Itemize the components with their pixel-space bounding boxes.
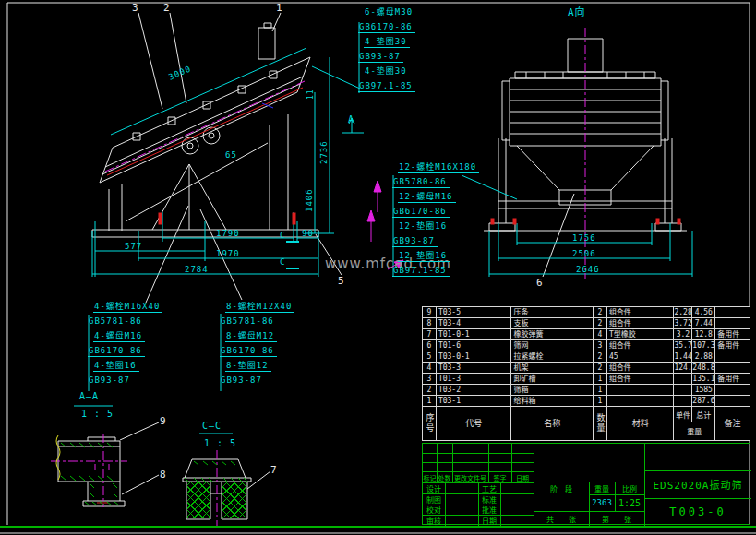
- part-code: T03-0-1: [437, 351, 512, 362]
- sign-process: 工艺: [478, 483, 500, 493]
- callout-line: 12-螺母M16: [398, 192, 456, 203]
- sign-ratify: 批准: [478, 505, 500, 515]
- scale-value: 1:25: [615, 494, 644, 511]
- part-material: 45: [607, 351, 675, 362]
- sign-drawn: 制图: [423, 494, 445, 505]
- sign-checked: 校对: [423, 505, 445, 515]
- part-remark: [715, 307, 750, 317]
- callout-line: GB5781-86: [220, 316, 277, 327]
- rev-header-date: 日期: [511, 472, 534, 482]
- callout-stack-top: 6-螺母M30 GB6170-86 4-垫圈30 GB93-87 4-垫圈30 …: [358, 7, 415, 96]
- part-total-weight: 12.8: [692, 329, 715, 339]
- table-header-row: 序号 代号 名称 数量 材料 单件 总计 重量 备注: [423, 407, 750, 440]
- part-unit-weight: [674, 385, 692, 395]
- callout-line: 12-垫圈16: [398, 221, 450, 232]
- callout-stack-middle: 12-螺栓M16X180 GB5780-86 12-螺母M16 GB6170-8…: [392, 162, 479, 280]
- callout-line: GB6170-86: [392, 207, 450, 218]
- parts-list-table: 9 T03-5 压条 2 组合件 2.28 4.56 8 T03-4 支板 2 …: [422, 306, 750, 441]
- part-name: 筛网: [511, 340, 594, 351]
- part-remark: [715, 318, 750, 328]
- header-qty: 数量: [594, 407, 607, 440]
- rev-header-count: 处数: [437, 472, 452, 482]
- dim-2784: 2784: [185, 265, 209, 274]
- part-seq: 3: [423, 374, 437, 384]
- part-unit-weight: [674, 396, 692, 406]
- part-unit-weight: 124.41: [674, 363, 692, 373]
- part-total-weight: 1585: [692, 385, 715, 395]
- balloon-3: 3: [132, 2, 138, 14]
- table-row: 7 T01-0-1 橡胶弹簧 4 T型橡胶 3.2 12.8 备用件: [423, 329, 750, 340]
- part-unit-weight: 3.2: [674, 329, 692, 339]
- header-code: 代号: [437, 407, 512, 440]
- part-code: T01-0-1: [437, 329, 512, 339]
- part-code: T03-1: [437, 396, 512, 406]
- part-material: [607, 396, 675, 406]
- balloon-2: 2: [163, 2, 170, 14]
- product-title: EDS2020A振动筛: [644, 470, 751, 498]
- part-name: 卸矿槽: [511, 374, 594, 384]
- detail-aa-geometry: [58, 437, 125, 506]
- part-seq: 2: [423, 385, 437, 395]
- dim-90: 90: [302, 229, 314, 238]
- rev-header-signature: 签字: [488, 472, 511, 482]
- callout-line: 4-螺栓M16X40: [93, 302, 162, 313]
- header-material: 材料: [607, 407, 675, 440]
- part-code: T03-5: [437, 307, 512, 317]
- drawing-number: T003-0: [644, 498, 751, 526]
- weight-value: 2363: [589, 494, 615, 511]
- part-unit-weight: [674, 374, 692, 384]
- part-code: T03-2: [437, 385, 512, 395]
- sign-date: 日期: [478, 516, 500, 526]
- part-qty: 1: [594, 374, 607, 384]
- dim-2646: 2646: [576, 265, 600, 274]
- callout-stack-bottom-left-2: 8-螺栓M12X40 GB5781-86 8-螺母M12 GB6170-86 8…: [220, 302, 294, 390]
- callout-line: GB5781-86: [88, 316, 145, 327]
- part-seq: 4: [423, 363, 437, 373]
- callout-line: 4-螺母M16: [93, 331, 145, 342]
- part-code: T01-3: [437, 374, 512, 384]
- sheet-number: 第 张: [589, 511, 644, 526]
- table-row: 3 T01-3 卸矿槽 1 组合件 135.14 备用件: [423, 374, 750, 385]
- weld-hatch-ticks: [61, 443, 247, 505]
- callout-line: 8-垫圈12: [225, 361, 271, 372]
- title-line: [423, 462, 534, 463]
- stage-label: 阶段: [534, 482, 589, 494]
- header-weight: 重量: [674, 422, 714, 440]
- callout-line: 8-螺栓M12X40: [225, 302, 294, 313]
- callout-line: GB93-87: [88, 375, 133, 386]
- part-name: 压条: [511, 307, 594, 317]
- part-code: T03-3: [437, 363, 512, 373]
- header-name: 名称: [511, 407, 594, 440]
- part-seq: 8: [423, 318, 437, 328]
- part-remark: 备用件: [715, 329, 750, 339]
- balloon-8: 8: [160, 469, 166, 481]
- part-code: T03-4: [437, 318, 512, 328]
- callout-line: GB93-87: [220, 375, 265, 386]
- part-unit-weight: 3.72: [674, 318, 692, 328]
- sheet-total: 共 张: [534, 511, 589, 526]
- part-remark: [715, 396, 750, 406]
- dim-1970: 1970: [216, 249, 240, 258]
- balloon-6: 6: [536, 277, 543, 289]
- part-total-weight: 4.56: [692, 307, 715, 317]
- part-material: 组合件: [607, 307, 675, 317]
- callout-line: GB6170-86: [220, 346, 277, 357]
- header-weight-split: 单件 总计: [674, 407, 714, 422]
- part-material: T型橡胶: [607, 329, 675, 339]
- header-seq: 序号: [423, 407, 437, 440]
- rev-header-doc-no: 更改文件号: [452, 472, 488, 482]
- table-row: 4 T03-3 机架 2 组合件 124.41 248.82: [423, 363, 750, 374]
- dim-1790: 1790: [216, 229, 240, 238]
- part-total-weight: 248.82: [692, 363, 715, 373]
- callout-line: 12-垫圈16: [398, 251, 450, 262]
- part-qty: 2: [594, 351, 607, 362]
- balloon-9: 9: [160, 415, 166, 427]
- header-remark: 备注: [715, 407, 750, 440]
- table-row: 2 T03-2 筛箱 1 1585: [423, 385, 750, 396]
- header-total-weight: 总计: [692, 407, 714, 422]
- balloon-1: 1: [276, 2, 282, 14]
- title-line: [445, 482, 446, 526]
- section-aa-scale: 1 : 5: [81, 409, 114, 419]
- header-weight-group: 单件 总计 重量: [674, 407, 715, 440]
- part-total-weight: 7.44: [692, 318, 715, 328]
